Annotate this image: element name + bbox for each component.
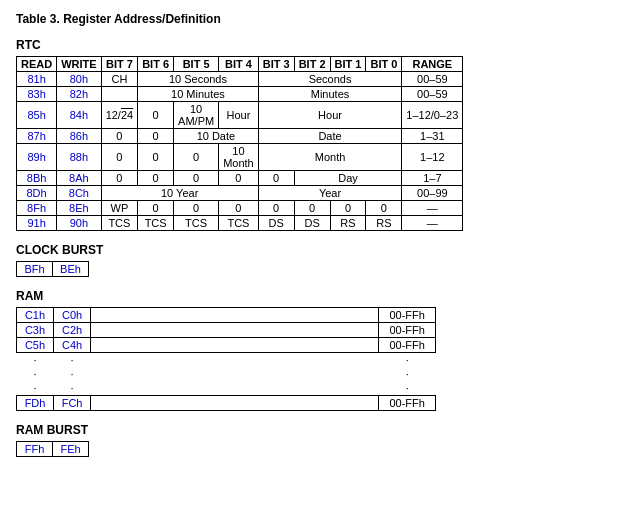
cell-range: —: [402, 201, 463, 216]
cell-write: FEh: [53, 442, 89, 457]
table-row: 87h 86h 0 0 10 Date Date 1–31: [17, 129, 463, 144]
ram-section: RAM C1h C0h 00-FFh C3h C2h 00-FFh C5h C4…: [16, 289, 609, 411]
rtc-label: RTC: [16, 38, 609, 52]
cell-write: 8Ch: [57, 186, 101, 201]
cell-10minutes: 10 Minutes: [138, 87, 259, 102]
dot-cell: ·: [379, 367, 436, 381]
table-row: 81h 80h CH 10 Seconds Seconds 00–59: [17, 72, 463, 87]
dot-cell: ·: [17, 381, 54, 396]
cell-year: Year: [258, 186, 402, 201]
rtc-table: READ WRITE BIT 7 BIT 6 BIT 5 BIT 4 BIT 3…: [16, 56, 463, 231]
cell-minutes: Minutes: [258, 87, 402, 102]
table-row: FDh FCh 00-FFh: [17, 396, 436, 411]
cell-0: 0: [174, 201, 219, 216]
cell-0: 0: [219, 201, 259, 216]
dot-cell: ·: [54, 353, 91, 368]
table-row-dots: · · ·: [17, 381, 436, 396]
ram-burst-section: RAM BURST FFh FEh: [16, 423, 609, 457]
cell-hour: Hour: [258, 102, 402, 129]
col-bit6: BIT 6: [138, 57, 174, 72]
cell-seconds: Seconds: [258, 72, 402, 87]
cell-bit6-0: 0: [138, 102, 174, 129]
cell-ds: DS: [258, 216, 294, 231]
cell-read: 8Bh: [17, 171, 57, 186]
cell-tcs: TCS: [101, 216, 138, 231]
cell-range: 00-FFh: [379, 396, 436, 411]
cell-0: 0: [330, 201, 366, 216]
cell-range: 00-FFh: [379, 338, 436, 353]
cell-bit5-ampm: 10AM/PM: [174, 102, 219, 129]
cell-bit4-hour: Hour: [219, 102, 259, 129]
cell-empty: [91, 323, 379, 338]
cell-write: 82h: [57, 87, 101, 102]
cell-read: FDh: [17, 396, 54, 411]
cell-0: 0: [294, 201, 330, 216]
cell-bit7: CH: [101, 72, 138, 87]
cell-bit6-0: 0: [138, 129, 174, 144]
table-row: 8Dh 8Ch 10 Year Year 00–99: [17, 186, 463, 201]
col-bit2: BIT 2: [294, 57, 330, 72]
cell-10year: 10 Year: [101, 186, 258, 201]
cell-bit5-0: 0: [174, 144, 219, 171]
cell-tcs: TCS: [219, 216, 259, 231]
cell-tcs: TCS: [138, 216, 174, 231]
table-row: 85h 84h 12/24 0 10AM/PM Hour Hour 1–12/0…: [17, 102, 463, 129]
ram-burst-label: RAM BURST: [16, 423, 609, 437]
cell-range: 00-FFh: [379, 308, 436, 323]
cell-range: 00–59: [402, 72, 463, 87]
cell-range: —: [402, 216, 463, 231]
col-bit5: BIT 5: [174, 57, 219, 72]
table-row-dots: · · ·: [17, 367, 436, 381]
cell-date: Date: [258, 129, 402, 144]
ram-label: RAM: [16, 289, 609, 303]
cell-range: 00–99: [402, 186, 463, 201]
col-bit3: BIT 3: [258, 57, 294, 72]
cell-range: 1–31: [402, 129, 463, 144]
cell-range: 00-FFh: [379, 323, 436, 338]
cell-empty: [91, 308, 379, 323]
cell-rs: RS: [366, 216, 402, 231]
cell-bit7-0: 0: [101, 171, 138, 186]
cell-empty: [91, 396, 379, 411]
table-row: 8Bh 8Ah 0 0 0 0 0 Day 1–7: [17, 171, 463, 186]
cell-read: 8Fh: [17, 201, 57, 216]
cell-0: 0: [366, 201, 402, 216]
cell-empty: [91, 338, 379, 353]
cell-bit3-0: 0: [258, 171, 294, 186]
cell-write: 8Eh: [57, 201, 101, 216]
cell-bit7: [101, 87, 138, 102]
cell-bit5-0: 0: [174, 171, 219, 186]
clock-burst-section: CLOCK BURST BFh BEh: [16, 243, 609, 277]
dot-cell: ·: [17, 367, 54, 381]
cell-range: 1–7: [402, 171, 463, 186]
dot-cell: ·: [54, 367, 91, 381]
table-row-dots: · · ·: [17, 353, 436, 368]
cell-range: 1–12/0–23: [402, 102, 463, 129]
cell-bit7-0: 0: [101, 129, 138, 144]
cell-read: FFh: [17, 442, 53, 457]
cell-read: C5h: [17, 338, 54, 353]
col-bit0: BIT 0: [366, 57, 402, 72]
cell-write: FCh: [54, 396, 91, 411]
cell-bit7-1224: 12/24: [101, 102, 138, 129]
cell-month: Month: [258, 144, 402, 171]
table-row: 91h 90h TCS TCS TCS TCS DS DS RS RS —: [17, 216, 463, 231]
cell-wp: WP: [101, 201, 138, 216]
dot-cell: [91, 367, 379, 381]
cell-range: 00–59: [402, 87, 463, 102]
cell-bit4-0: 0: [219, 171, 259, 186]
dot-cell: [91, 381, 379, 396]
col-write: WRITE: [57, 57, 101, 72]
table-row: C1h C0h 00-FFh: [17, 308, 436, 323]
table-row: C3h C2h 00-FFh: [17, 323, 436, 338]
cell-write: C4h: [54, 338, 91, 353]
dot-cell: ·: [379, 353, 436, 368]
cell-read: 87h: [17, 129, 57, 144]
cell-tcs: TCS: [174, 216, 219, 231]
table-row: 8Fh 8Eh WP 0 0 0 0 0 0 0 —: [17, 201, 463, 216]
cell-read: C1h: [17, 308, 54, 323]
cell-read: 85h: [17, 102, 57, 129]
cell-write: 86h: [57, 129, 101, 144]
col-bit4: BIT 4: [219, 57, 259, 72]
col-bit7: BIT 7: [101, 57, 138, 72]
